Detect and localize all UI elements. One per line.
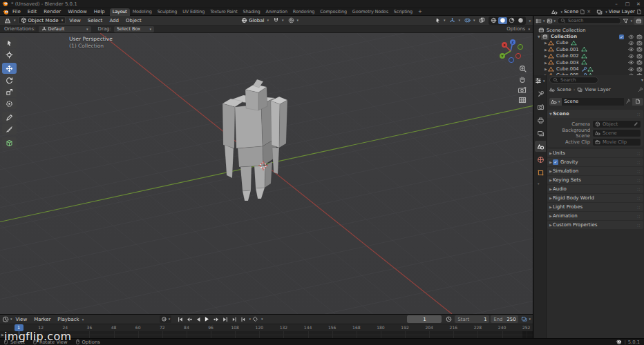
field-value[interactable]: Movie Clip [593, 139, 641, 146]
workspace-tab-layout[interactable]: Layout [110, 8, 130, 16]
timeline-menu-marker[interactable]: Marker [30, 317, 54, 322]
scene-selector[interactable]: ▾Scene✕ [551, 9, 591, 15]
outliner-row-cube[interactable]: ▶ Cube [534, 40, 644, 46]
jump-to-start-button[interactable] [176, 315, 184, 323]
properties-tab-view-layer[interactable] [535, 128, 546, 139]
panel-grip[interactable]: ∷ [637, 187, 641, 192]
tool-move-button[interactable] [2, 63, 17, 74]
transform-orientation-selector[interactable]: Global▾ [239, 17, 271, 24]
show-object-types-dropdown[interactable]: ▾ [433, 17, 448, 24]
viewport-menu-select[interactable]: Select [84, 18, 106, 23]
shading-material-button[interactable] [507, 17, 516, 24]
blender-menu-icon[interactable] [3, 9, 9, 15]
panel-simulation[interactable]: ▶ Simulation ∷ [547, 167, 643, 175]
view-layer-selector[interactable]: ▾View Layer [596, 9, 642, 15]
menu-file[interactable]: File [9, 8, 24, 16]
tool-transform-button[interactable] [2, 98, 17, 109]
frame-start-field[interactable]: Start1 [455, 315, 489, 323]
properties-editor-type-selector[interactable]: ▾ [535, 77, 545, 84]
panel-scene-header[interactable]: ▼Scene ∷ [547, 110, 643, 118]
snap-toggle[interactable]: ▾ [271, 17, 286, 24]
field-value[interactable]: Scene [593, 130, 641, 137]
panel-grip[interactable]: ∷ [637, 205, 641, 210]
workspace-tab-compositing[interactable]: Compositing [317, 8, 350, 16]
panel-light-probes[interactable]: ▶ Light Probes ∷ [547, 203, 643, 211]
proportional-editing-toggle[interactable]: ▾ [286, 17, 301, 24]
shading-wireframe-button[interactable] [489, 17, 498, 24]
add-workspace-button[interactable]: + [415, 9, 425, 14]
tool-cursor-button[interactable] [2, 49, 17, 60]
shading-solid-button[interactable] [498, 17, 507, 24]
next-keyframe-button[interactable] [211, 315, 220, 323]
menu-window[interactable]: Window [64, 8, 91, 16]
options-dropdown[interactable]: Options ▾ [506, 26, 530, 32]
id-type-dropdown[interactable]: ▾ [549, 98, 562, 106]
editor-type-selector[interactable]: ▾ [2, 17, 18, 24]
panel-grip[interactable]: ∷ [637, 169, 641, 174]
breadcrumb-scene-label[interactable]: Scene [557, 87, 571, 92]
xray-toggle[interactable] [477, 17, 487, 24]
outliner-id-filter-dropdown[interactable]: ▾ [547, 18, 556, 24]
outliner-display-mode-dropdown[interactable]: ▾ [536, 18, 545, 24]
new-id-button[interactable] [632, 98, 643, 106]
properties-tab-scene[interactable] [535, 141, 546, 152]
new-collection-button[interactable] [634, 17, 643, 25]
workspace-tab-uv-editing[interactable]: UV Editing [180, 8, 207, 16]
play-reverse-button[interactable] [193, 315, 202, 323]
workspace-tab-shading[interactable]: Shading [240, 8, 263, 16]
pin-id-button[interactable] [625, 99, 631, 105]
timeline-editor-type-selector[interactable]: ▾ [2, 316, 12, 323]
panel-grip[interactable]: ∷ [637, 112, 641, 117]
workspace-tab-modeling[interactable]: Modeling [130, 8, 155, 16]
panel-checkbox[interactable]: ✓ [553, 159, 558, 165]
show-overlays-toggle[interactable]: ▾ [462, 17, 477, 24]
tool-measure-button[interactable] [2, 124, 17, 135]
properties-tab-world[interactable] [535, 154, 546, 165]
outliner-filter-dropdown[interactable]: ▾ [623, 18, 632, 24]
outliner-row-cube.002[interactable]: ▶ Cube.002 [534, 53, 644, 59]
outliner-row-collection[interactable]: ▼ Collection ✓ [534, 33, 644, 39]
panel-grip[interactable]: ∷ [637, 151, 641, 156]
show-gizmos-toggle[interactable]: ▾ [447, 17, 462, 24]
jump-to-end-button[interactable] [220, 315, 229, 323]
workspace-tab-animation[interactable]: Animation [263, 8, 290, 16]
previous-keyframe-button[interactable] [184, 315, 193, 323]
tool-annotate-button[interactable] [2, 112, 17, 123]
maximize-button[interactable]: □ [622, 1, 633, 7]
tool-add-cube-button[interactable] [2, 137, 17, 148]
current-frame-field[interactable]: 1 [407, 315, 442, 323]
menu-help[interactable]: Help [91, 8, 108, 16]
viewport-canvas[interactable]: Z X Y User Perspective (1) Collection [0, 33, 533, 314]
properties-tab-render[interactable] [535, 101, 546, 112]
viewport-menu-add[interactable]: Add [106, 18, 122, 23]
auto-keying-toggle[interactable]: ▾ [160, 315, 172, 323]
panel-grip[interactable]: ∷ [637, 178, 641, 183]
viewport-menu-object[interactable]: Object [122, 18, 145, 23]
outliner-search-input[interactable]: Search [557, 17, 621, 24]
panel-units[interactable]: ▶ Units ∷ [547, 149, 643, 157]
outliner-row-cube.001[interactable]: ▶ Cube.001 [534, 46, 644, 52]
timeline-ruler[interactable]: 1224364860728496108120132144156168180192… [0, 324, 533, 331]
outliner-row-cube.003[interactable]: ▶ Cube.003 [534, 59, 644, 66]
properties-tab-output[interactable] [535, 115, 546, 126]
properties-options-icon[interactable]: ▾ [641, 78, 643, 82]
shading-rendered-button[interactable] [516, 17, 525, 24]
workspace-tab-scripting[interactable]: Scripting [391, 8, 415, 16]
tool-scale-button[interactable] [2, 86, 17, 97]
outliner-row-cube.004[interactable]: ▶ Cube.004 [534, 66, 644, 72]
panel-gravity[interactable]: ▶ ✓ Gravity ∷ [547, 158, 643, 166]
timeline-menu-playback[interactable]: Playback ▾ [54, 317, 87, 322]
frame-forward-button[interactable] [238, 315, 247, 323]
panel-grip[interactable]: ∷ [637, 223, 641, 228]
breadcrumb-view-layer-label[interactable]: View Layer [585, 87, 610, 92]
orientations-dropdown[interactable]: Default▾ [39, 26, 91, 32]
timeline-menu-view[interactable]: View [12, 317, 31, 322]
mode-selector[interactable]: Object Mode▾ [18, 17, 66, 24]
id-name-field[interactable]: Scene [562, 98, 624, 106]
drag-dropdown[interactable]: Select Box▾ [114, 26, 154, 32]
play-button[interactable] [202, 315, 211, 323]
workspace-tab-texture-paint[interactable]: Texture Paint [207, 8, 240, 16]
panel-animation[interactable]: ▶ Animation ∷ [547, 212, 643, 220]
tool-rotate-button[interactable] [2, 75, 17, 86]
panel-keying-sets[interactable]: ▶ Keying Sets ∷ [547, 176, 643, 184]
